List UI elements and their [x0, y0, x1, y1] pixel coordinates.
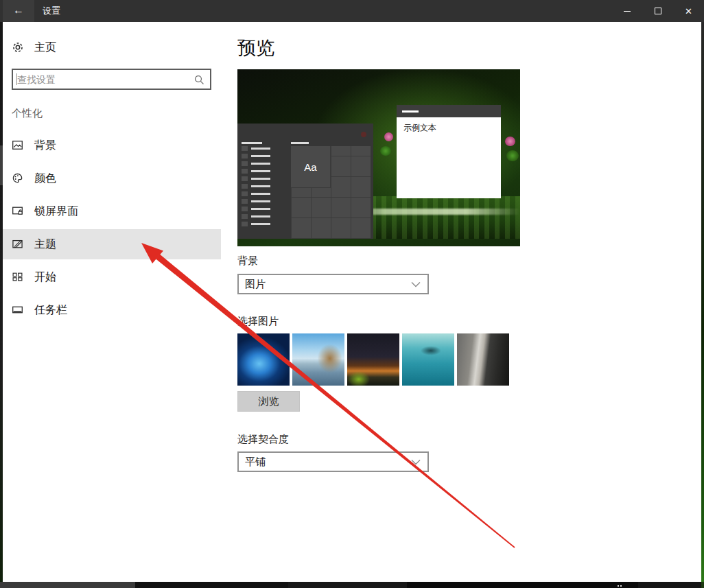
window-title: 设置 [43, 0, 60, 22]
preview-sample-window: 示例文本 [397, 105, 501, 198]
gear-icon [12, 41, 24, 54]
sidebar-item-background[interactable]: 背景 [3, 130, 221, 161]
background-type-dropdown[interactable]: 图片 [237, 274, 429, 294]
sample-text: 示例文本 [403, 122, 436, 134]
chevron-down-icon [411, 281, 421, 287]
taskbar-icon [12, 304, 23, 316]
thumbnail-windows-hero[interactable] [237, 333, 290, 386]
titlebar: ← 设置 ✕ [0, 0, 704, 22]
sample-window-titlebar [397, 105, 501, 117]
fit-value: 平铺 [245, 456, 266, 469]
start-app-list-squares [242, 146, 248, 227]
back-arrow-icon: ← [13, 4, 24, 16]
theme-preview-image: Aa 示例文本 [237, 69, 520, 246]
sidebar-item-themes[interactable]: 主题 [3, 229, 221, 259]
thumbnail-underwater[interactable] [402, 333, 454, 386]
settings-window: ← 设置 ✕ 主页 [0, 0, 704, 588]
lotus-flower [505, 137, 515, 146]
thumbnail-granite-cliff[interactable] [457, 333, 509, 386]
browse-button[interactable]: 浏览 [237, 391, 300, 412]
lotus-leaf [506, 150, 519, 161]
sidebar-item-taskbar[interactable]: 任务栏 [3, 295, 221, 325]
avatar [361, 132, 366, 137]
chevron-down-icon [411, 459, 421, 465]
sidebar-item-home[interactable]: 主页 [3, 36, 221, 59]
back-button[interactable]: ← [3, 0, 34, 22]
search-icon[interactable] [193, 74, 205, 86]
maximize-button[interactable] [642, 0, 673, 22]
desktop-taskbar-strip [0, 582, 704, 588]
maximize-icon [655, 8, 661, 14]
sidebar-item-lockscreen[interactable]: 锁屏界面 [3, 196, 221, 226]
background-type-value: 图片 [245, 278, 266, 291]
start-icon [12, 271, 23, 283]
palette-icon [12, 172, 23, 184]
lockscreen-icon [12, 205, 23, 217]
thumbnail-beach-rocks[interactable] [292, 333, 344, 386]
desktop-edge-right [701, 22, 704, 582]
fit-dropdown[interactable]: 平铺 [237, 451, 429, 472]
preview-start-menu: Aa [237, 124, 373, 239]
thumbnail-night-camp[interactable] [347, 333, 399, 386]
home-label: 主页 [34, 40, 56, 55]
sample-window-body: 示例文本 [397, 117, 501, 198]
page-title: 预览 [237, 36, 274, 60]
search-box [12, 69, 211, 90]
image-icon [12, 139, 23, 151]
start-app-list-labels [251, 148, 270, 226]
section-personalization: 个性化 [12, 107, 43, 120]
minimize-button[interactable] [611, 0, 642, 22]
choose-fit-label: 选择契合度 [237, 433, 289, 446]
minimize-icon [624, 11, 631, 12]
close-button[interactable]: ✕ [673, 0, 704, 22]
sidebar-item-colors[interactable]: 颜色 [3, 163, 221, 193]
lotus-flower [384, 132, 393, 141]
theme-icon [12, 238, 23, 250]
start-tile-grid: Aa [291, 146, 371, 239]
search-input[interactable] [17, 71, 189, 87]
sidebar-item-start[interactable]: 开始 [3, 262, 221, 292]
start-font-tile: Aa [291, 146, 331, 188]
close-icon: ✕ [685, 6, 692, 16]
choose-picture-label: 选择图片 [237, 315, 279, 328]
lotus-leaf [380, 146, 391, 156]
background-label: 背景 [237, 255, 258, 268]
